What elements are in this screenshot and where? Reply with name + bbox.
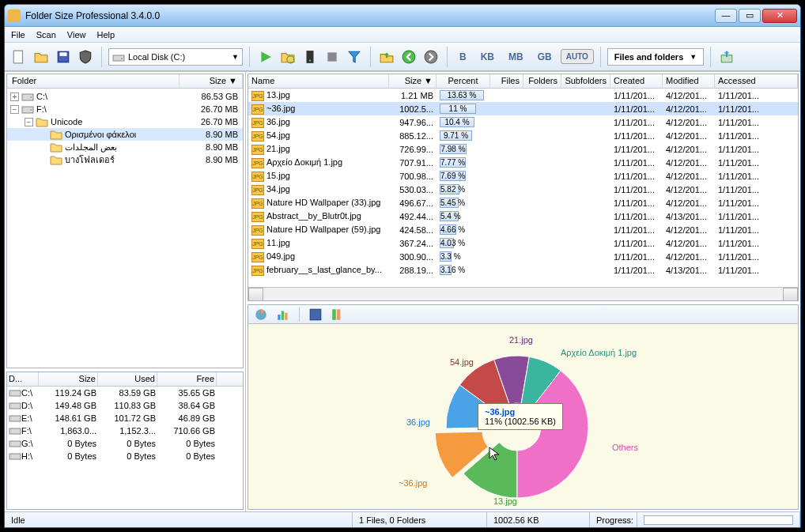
menu-view[interactable]: View — [67, 30, 86, 40]
pie-chart[interactable]: 13.jpg~36.jpg36.jpg54.jpg21.jpgΑρχείο Δο… — [248, 324, 798, 509]
drive-row[interactable]: F:\1,863.0...1,152.3...710.66 GB — [7, 424, 243, 437]
export-button[interactable] — [717, 47, 736, 66]
filter-button[interactable] — [345, 47, 364, 66]
up-folder-button[interactable] — [377, 47, 396, 66]
svg-rect-21 — [9, 454, 21, 459]
drive-icon — [9, 401, 21, 410]
file-row[interactable]: JPG~36.jpg1002.5...11 %1/11/201...4/12/2… — [248, 102, 798, 115]
tree-row[interactable]: บางโฟลเดอร์8.90 MB — [7, 153, 243, 166]
minimize-button[interactable]: — — [715, 9, 737, 23]
tree-row[interactable]: Ορισμένοι φάκελοι8.90 MB — [7, 128, 243, 141]
file-row[interactable]: JPGNature HD Wallpaper (33).jpg496.67...… — [248, 196, 798, 209]
svg-rect-0 — [13, 51, 22, 63]
col-used[interactable]: Used — [98, 372, 157, 386]
col-size[interactable]: Size ▼ — [389, 74, 437, 88]
new-button[interactable] — [9, 47, 28, 66]
drive-row[interactable]: D:\149.48 GB110.83 GB38.64 GB — [7, 399, 243, 412]
drive-row[interactable]: E:\148.61 GB101.72 GB46.89 GB — [7, 412, 243, 424]
chart-options-button[interactable] — [306, 305, 325, 324]
play-button[interactable] — [256, 47, 275, 66]
col-size[interactable]: Size — [39, 372, 98, 386]
col-accessed[interactable]: Accessed — [715, 74, 798, 88]
col-folder[interactable]: Folder — [7, 74, 180, 88]
file-row[interactable]: JPGAbstract__by_Blutr0t.jpg492.44...5.4 … — [248, 209, 798, 223]
jpg-icon: JPG — [251, 225, 264, 236]
col-created[interactable]: Created — [610, 74, 663, 88]
tree-item-size: 8.90 MB — [183, 142, 238, 152]
tree-row[interactable]: بعض المجلدات8.90 MB — [7, 141, 243, 153]
col-size[interactable]: Size ▼ — [180, 74, 243, 88]
close-button[interactable]: ✕ — [762, 9, 797, 23]
file-row[interactable]: JPG54.jpg885.12...9.71 %1/11/201...4/12/… — [248, 129, 798, 142]
tree-row[interactable]: −Unicode26.70 MB — [7, 115, 243, 128]
save-button[interactable] — [54, 47, 73, 66]
percent-bar: 5.82 % — [440, 184, 459, 194]
unit-kb-button[interactable]: KB — [475, 48, 500, 66]
drives-panel[interactable]: D... Size Used Free C:\119.24 GB83.59 GB… — [6, 372, 244, 510]
file-row[interactable]: JPG049.jpg300.90...3.3 %1/11/201...4/12/… — [248, 250, 798, 263]
col-folders[interactable]: Folders — [523, 74, 561, 88]
svg-rect-19 — [9, 428, 21, 434]
svg-rect-20 — [9, 441, 21, 447]
jpg-icon: JPG — [251, 212, 264, 222]
jpg-icon: JPG — [251, 91, 264, 101]
file-row[interactable]: JPG21.jpg726.99...7.98 %1/11/201...4/12/… — [248, 142, 798, 156]
status-selection: 1 Files, 0 Folders — [353, 512, 487, 527]
unit-mb-button[interactable]: MB — [503, 48, 529, 66]
menu-scan[interactable]: Scan — [36, 30, 56, 40]
svg-rect-23 — [278, 315, 280, 320]
file-row[interactable]: JPG34.jpg530.03...5.82 %1/11/201...4/12/… — [248, 183, 798, 196]
drive-row[interactable]: C:\119.24 GB83.59 GB35.65 GB — [7, 387, 243, 399]
drive-row[interactable]: G:\0 Bytes0 Bytes0 Bytes — [7, 437, 243, 450]
stop-button[interactable] — [323, 47, 342, 66]
titlebar[interactable]: Folder Size Professional 3.4.0.0 — ▭ ✕ — [5, 5, 800, 27]
unit-gb-button[interactable]: GB — [532, 48, 557, 66]
file-row[interactable]: JPG13.jpg1.21 MB13.63 %1/11/201...4/12/2… — [248, 89, 798, 102]
pie-chart-button[interactable] — [251, 305, 270, 324]
file-list[interactable]: Name Size ▼ Percent Files Folders Subfol… — [248, 74, 799, 301]
bar-chart-button[interactable] — [274, 305, 293, 324]
horizontal-scrollbar[interactable] — [248, 287, 798, 300]
folder-tree[interactable]: Folder Size ▼ +C:\86.53 GB−F:\26.70 MB−U… — [6, 74, 244, 368]
drive-selector[interactable]: Local Disk (C:) ▼ — [108, 48, 243, 66]
forward-button[interactable] — [421, 47, 440, 66]
unit-b-button[interactable]: B — [454, 48, 472, 66]
col-files[interactable]: Files — [490, 74, 523, 88]
col-free[interactable]: Free — [157, 372, 217, 386]
file-row[interactable]: JPG36.jpg947.96...10.4 %1/11/201...4/12/… — [248, 115, 798, 129]
tree-toggle[interactable]: − — [25, 118, 33, 126]
percent-bar: 5.4 % — [440, 211, 459, 221]
tree-row[interactable]: −F:\26.70 MB — [7, 103, 243, 115]
svg-rect-8 — [327, 52, 336, 61]
maximize-button[interactable]: ▭ — [739, 9, 761, 23]
tree-row[interactable]: +C:\86.53 GB — [7, 90, 243, 103]
open-button[interactable] — [32, 47, 51, 66]
back-button[interactable] — [399, 47, 418, 66]
col-modified[interactable]: Modified — [663, 74, 715, 88]
tree-toggle[interactable]: − — [10, 105, 19, 114]
tree-item-label: Ορισμένοι φάκελοι — [65, 130, 183, 139]
col-subfolders[interactable]: Subfolders — [561, 74, 610, 88]
file-row[interactable]: JPGNature HD Wallpaper (59).jpg424.58...… — [248, 223, 798, 236]
drive-row[interactable]: H:\0 Bytes0 Bytes0 Bytes — [7, 450, 243, 462]
scan-folder-button[interactable] — [278, 47, 297, 66]
file-row[interactable]: JPG11.jpg367.24...4.03 %1/11/201...4/12/… — [248, 236, 798, 250]
chart-legend-button[interactable] — [328, 305, 347, 324]
server-button[interactable] — [300, 47, 319, 66]
col-drive[interactable]: D... — [7, 372, 39, 386]
filter-mode-selector[interactable]: Files and folders ▼ — [607, 48, 704, 66]
unit-auto-button[interactable]: AUTO — [561, 49, 594, 64]
col-percent[interactable]: Percent — [437, 74, 490, 88]
pie-label: ~36.jpg — [399, 478, 427, 488]
file-row[interactable]: JPGfebruary__s_last_glance_by...288.19..… — [248, 263, 798, 277]
file-row[interactable]: JPG15.jpg700.98...7.69 %1/11/201...4/12/… — [248, 169, 798, 183]
menu-help[interactable]: Help — [96, 30, 115, 40]
menu-file[interactable]: File — [11, 30, 25, 40]
svg-point-4 — [121, 58, 123, 59]
tree-item-label: บางโฟลเดอร์ — [65, 153, 183, 167]
file-row[interactable]: JPGΑρχείο Δοκιμή 1.jpg707.91...7.77 %1/1… — [248, 156, 798, 169]
drive-icon — [9, 439, 21, 448]
shield-button[interactable] — [76, 47, 95, 66]
col-name[interactable]: Name — [248, 74, 389, 88]
tree-toggle[interactable]: + — [10, 92, 19, 101]
